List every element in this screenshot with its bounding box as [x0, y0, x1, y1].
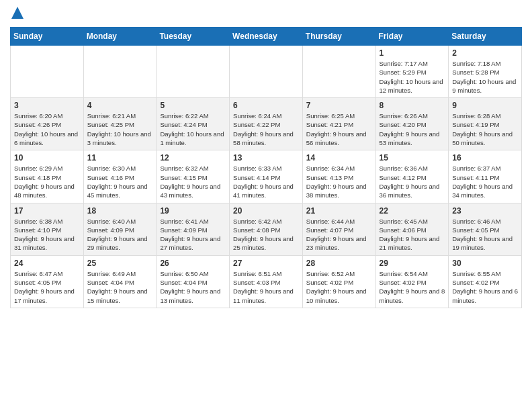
day-number: 11: [87, 153, 153, 163]
day-number: 23: [452, 206, 518, 216]
calendar-day-cell: 11Sunrise: 6:30 AM Sunset: 4:16 PM Dayli…: [83, 150, 157, 203]
day-number: 9: [452, 101, 518, 110]
day-info: Sunrise: 6:29 AM Sunset: 4:18 PM Dayligh…: [14, 164, 80, 199]
day-number: 24: [14, 259, 80, 268]
day-info: Sunrise: 6:50 AM Sunset: 4:04 PM Dayligh…: [160, 269, 226, 305]
day-info: Sunrise: 6:44 AM Sunset: 4:07 PM Dayligh…: [306, 217, 372, 253]
day-number: 2: [452, 48, 518, 58]
day-info: Sunrise: 7:17 AM Sunset: 5:29 PM Dayligh…: [380, 59, 445, 95]
day-info: Sunrise: 6:38 AM Sunset: 4:10 PM Dayligh…: [14, 217, 80, 253]
day-info: Sunrise: 6:26 AM Sunset: 4:20 PM Dayligh…: [380, 111, 445, 147]
day-info: Sunrise: 6:49 AM Sunset: 4:04 PM Dayligh…: [87, 269, 153, 305]
calendar-day-cell: 20Sunrise: 6:42 AM Sunset: 4:08 PM Dayli…: [230, 203, 303, 255]
calendar-day-cell: 18Sunrise: 6:40 AM Sunset: 4:09 PM Dayli…: [83, 203, 157, 255]
calendar-day-cell: [83, 46, 157, 98]
calendar-day-cell: [157, 46, 230, 98]
day-info: Sunrise: 6:30 AM Sunset: 4:16 PM Dayligh…: [87, 164, 153, 199]
day-info: Sunrise: 6:32 AM Sunset: 4:15 PM Dayligh…: [160, 164, 226, 199]
calendar-week-row: 1Sunrise: 7:17 AM Sunset: 5:29 PM Daylig…: [11, 46, 522, 98]
day-info: Sunrise: 6:46 AM Sunset: 4:05 PM Dayligh…: [452, 217, 518, 253]
calendar-day-cell: 7Sunrise: 6:25 AM Sunset: 4:21 PM Daylig…: [302, 98, 375, 150]
calendar-day-cell: 25Sunrise: 6:49 AM Sunset: 4:04 PM Dayli…: [83, 255, 157, 308]
day-number: 19: [160, 206, 226, 216]
calendar-day-cell: 14Sunrise: 6:34 AM Sunset: 4:13 PM Dayli…: [302, 150, 375, 203]
day-number: 28: [306, 259, 372, 268]
calendar-day-cell: 28Sunrise: 6:52 AM Sunset: 4:02 PM Dayli…: [302, 255, 375, 308]
calendar-week-row: 17Sunrise: 6:38 AM Sunset: 4:10 PM Dayli…: [11, 203, 522, 255]
calendar-day-cell: 21Sunrise: 6:44 AM Sunset: 4:07 PM Dayli…: [302, 203, 375, 255]
calendar-day-cell: 16Sunrise: 6:37 AM Sunset: 4:11 PM Dayli…: [449, 150, 522, 203]
day-number: 10: [14, 153, 80, 163]
day-info: Sunrise: 6:41 AM Sunset: 4:09 PM Dayligh…: [160, 217, 226, 253]
day-info: Sunrise: 7:18 AM Sunset: 5:28 PM Dayligh…: [452, 59, 518, 95]
day-number: 18: [87, 206, 153, 216]
calendar-day-cell: 15Sunrise: 6:36 AM Sunset: 4:12 PM Dayli…: [375, 150, 449, 203]
day-number: 16: [452, 153, 518, 163]
day-number: 4: [87, 101, 153, 110]
day-number: 17: [14, 206, 80, 216]
calendar-day-cell: 29Sunrise: 6:54 AM Sunset: 4:02 PM Dayli…: [375, 255, 449, 308]
calendar-day-cell: 12Sunrise: 6:32 AM Sunset: 4:15 PM Dayli…: [157, 150, 230, 203]
day-number: 3: [14, 101, 80, 110]
day-info: Sunrise: 6:42 AM Sunset: 4:08 PM Dayligh…: [233, 217, 299, 253]
calendar-day-cell: [230, 46, 303, 98]
day-info: Sunrise: 6:55 AM Sunset: 4:02 PM Dayligh…: [452, 269, 518, 305]
day-info: Sunrise: 6:21 AM Sunset: 4:25 PM Dayligh…: [87, 111, 153, 147]
day-number: 26: [160, 259, 226, 268]
day-info: Sunrise: 6:22 AM Sunset: 4:24 PM Dayligh…: [160, 111, 226, 147]
day-of-week-header: Sunday: [11, 28, 84, 46]
calendar-day-cell: 1Sunrise: 7:17 AM Sunset: 5:29 PM Daylig…: [375, 46, 449, 98]
day-number: 6: [233, 101, 299, 110]
calendar-day-cell: 30Sunrise: 6:55 AM Sunset: 4:02 PM Dayli…: [449, 255, 522, 308]
day-number: 27: [233, 259, 299, 268]
day-number: 7: [306, 101, 372, 110]
calendar-day-cell: [302, 46, 375, 98]
day-number: 22: [380, 206, 445, 216]
day-info: Sunrise: 6:40 AM Sunset: 4:09 PM Dayligh…: [87, 217, 153, 253]
day-number: 25: [87, 259, 153, 268]
calendar-week-row: 24Sunrise: 6:47 AM Sunset: 4:05 PM Dayli…: [11, 255, 522, 308]
day-number: 30: [452, 259, 518, 268]
day-of-week-header: Friday: [375, 28, 449, 46]
calendar-day-cell: 23Sunrise: 6:46 AM Sunset: 4:05 PM Dayli…: [449, 203, 522, 255]
day-info: Sunrise: 6:25 AM Sunset: 4:21 PM Dayligh…: [306, 111, 372, 147]
calendar-header: SundayMondayTuesdayWednesdayThursdayFrid…: [11, 28, 522, 46]
day-number: 20: [233, 206, 299, 216]
day-info: Sunrise: 6:47 AM Sunset: 4:05 PM Dayligh…: [14, 269, 80, 305]
calendar-day-cell: [11, 46, 84, 98]
svg-marker-0: [11, 7, 24, 19]
day-of-week-header: Thursday: [302, 28, 375, 46]
day-number: 12: [160, 153, 226, 163]
day-of-week-header: Tuesday: [157, 28, 230, 46]
calendar-day-cell: 17Sunrise: 6:38 AM Sunset: 4:10 PM Dayli…: [11, 203, 84, 255]
day-number: 5: [160, 101, 226, 110]
logo-icon: [11, 7, 24, 19]
day-number: 15: [380, 153, 445, 163]
calendar-day-cell: 2Sunrise: 7:18 AM Sunset: 5:28 PM Daylig…: [449, 46, 522, 98]
calendar-day-cell: 24Sunrise: 6:47 AM Sunset: 4:05 PM Dayli…: [11, 255, 84, 308]
day-number: 14: [306, 153, 372, 163]
day-number: 13: [233, 153, 299, 163]
day-info: Sunrise: 6:52 AM Sunset: 4:02 PM Dayligh…: [306, 269, 372, 305]
calendar-week-row: 3Sunrise: 6:20 AM Sunset: 4:26 PM Daylig…: [11, 98, 522, 150]
calendar-day-cell: 22Sunrise: 6:45 AM Sunset: 4:06 PM Dayli…: [375, 203, 449, 255]
calendar-body: 1Sunrise: 7:17 AM Sunset: 5:29 PM Daylig…: [11, 46, 522, 308]
calendar-day-cell: 19Sunrise: 6:41 AM Sunset: 4:09 PM Dayli…: [157, 203, 230, 255]
calendar-day-cell: 10Sunrise: 6:29 AM Sunset: 4:18 PM Dayli…: [11, 150, 84, 203]
calendar-day-cell: 13Sunrise: 6:33 AM Sunset: 4:14 PM Dayli…: [230, 150, 303, 203]
calendar-day-cell: 6Sunrise: 6:24 AM Sunset: 4:22 PM Daylig…: [230, 98, 303, 150]
calendar-day-cell: 5Sunrise: 6:22 AM Sunset: 4:24 PM Daylig…: [157, 98, 230, 150]
calendar-day-cell: 26Sunrise: 6:50 AM Sunset: 4:04 PM Dayli…: [157, 255, 230, 308]
day-info: Sunrise: 6:37 AM Sunset: 4:11 PM Dayligh…: [452, 164, 518, 199]
calendar-table: SundayMondayTuesdayWednesdayThursdayFrid…: [10, 27, 522, 308]
day-info: Sunrise: 6:45 AM Sunset: 4:06 PM Dayligh…: [380, 217, 445, 253]
day-info: Sunrise: 6:24 AM Sunset: 4:22 PM Dayligh…: [233, 111, 299, 147]
day-of-week-header: Saturday: [449, 28, 522, 46]
header-row: SundayMondayTuesdayWednesdayThursdayFrid…: [11, 28, 522, 46]
calendar-day-cell: 4Sunrise: 6:21 AM Sunset: 4:25 PM Daylig…: [83, 98, 157, 150]
day-info: Sunrise: 6:34 AM Sunset: 4:13 PM Dayligh…: [306, 164, 372, 199]
page-header: [10, 7, 522, 21]
day-info: Sunrise: 6:54 AM Sunset: 4:02 PM Dayligh…: [380, 269, 445, 305]
calendar-week-row: 10Sunrise: 6:29 AM Sunset: 4:18 PM Dayli…: [11, 150, 522, 203]
day-of-week-header: Monday: [83, 28, 157, 46]
